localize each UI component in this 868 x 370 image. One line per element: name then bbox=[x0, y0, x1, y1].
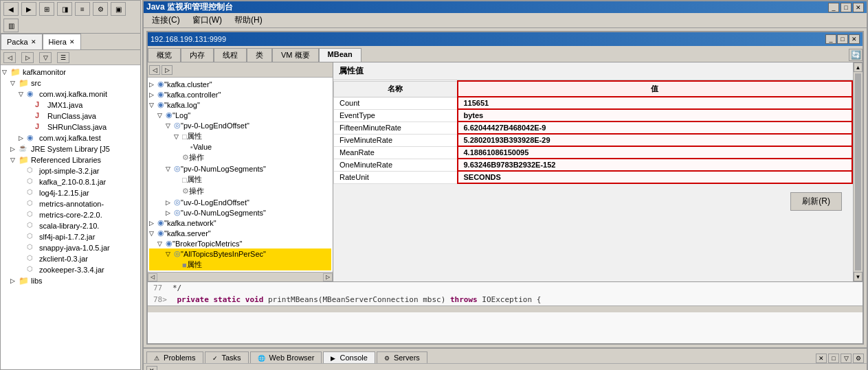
menu-help[interactable]: 帮助(H) bbox=[229, 13, 268, 27]
maximize-btn[interactable]: □ bbox=[841, 3, 852, 12]
tree-root[interactable]: ▽ 📁 kafkamonitor bbox=[2, 67, 139, 78]
toolbar-btn-3[interactable]: ⊞ bbox=[39, 2, 54, 16]
tree-jmx1[interactable]: J JMX1.java bbox=[2, 100, 139, 111]
mbean-alltopics-selected[interactable]: ▽ ◎ "AllTopicsBytesInPerSec" bbox=[149, 248, 331, 259]
mbean-attr-pv0-num[interactable]: □ 属性 bbox=[149, 174, 331, 185]
tree-pkg-test[interactable]: ▷ ◉ com.wxj.kafka.test bbox=[2, 132, 139, 143]
tab-close-package[interactable]: ✕ bbox=[31, 38, 36, 45]
attr-row-1[interactable]: EventTypebytes bbox=[334, 109, 853, 122]
tab-console[interactable]: ▶ Console bbox=[323, 351, 375, 363]
tree-jopt[interactable]: ⬡ jopt-simple-3.2.jar bbox=[2, 165, 139, 176]
console-minimize-btn[interactable]: ✕ bbox=[816, 354, 827, 363]
scroll-down-btn[interactable]: ▼ bbox=[854, 272, 863, 281]
tab-mbean[interactable]: MBean bbox=[319, 48, 361, 62]
mbean-kafka-server[interactable]: ▽ ◉ "kafka.server" bbox=[149, 228, 331, 238]
mbean-pv0-numlogs[interactable]: ▽ ◎ "pv-0-NumLogSegments" bbox=[149, 163, 331, 174]
tree-scala[interactable]: ⬡ scala-library-2.10. bbox=[2, 220, 139, 231]
scroll-thumb[interactable] bbox=[855, 73, 861, 270]
nav-menu[interactable]: ☰ bbox=[57, 52, 69, 63]
tab-hierarchy[interactable]: Hiera ✕ bbox=[43, 34, 81, 49]
mbean-kafka-log[interactable]: ▽ ◉ "kafka.log" bbox=[149, 100, 331, 110]
toolbar-btn-4[interactable]: ◨ bbox=[57, 2, 72, 16]
mbean-ops-pv0-num[interactable]: ⚙ 操作 bbox=[149, 185, 331, 197]
attr-row-5[interactable]: OneMinuteRate9.63246B9783B2932E-152 bbox=[334, 159, 853, 171]
attr-row-4[interactable]: MeanRate4.18861086150095 bbox=[334, 146, 853, 159]
menu-connect[interactable]: 连接(C) bbox=[146, 13, 186, 27]
tree-shrunclass[interactable]: J SHRunClass.java bbox=[2, 122, 139, 132]
attr-row-0[interactable]: Count115651 bbox=[334, 97, 853, 109]
mbean-pv0-logend[interactable]: ▽ ◎ "pv-0-LogEndOffset" bbox=[149, 120, 331, 130]
conn-minimize-btn[interactable]: _ bbox=[825, 34, 836, 44]
scroll-right-btn[interactable]: ▷ bbox=[323, 273, 333, 281]
toolbar-btn-6[interactable]: ⚙ bbox=[93, 2, 108, 16]
tab-web-browser[interactable]: 🌐 Web Browser bbox=[250, 351, 322, 363]
tree-jre[interactable]: ▷ ☕ JRE System Library [J5 bbox=[2, 143, 139, 154]
toolbar-btn-8[interactable]: ▥ bbox=[3, 19, 19, 32]
tree-libs[interactable]: ▷ 📁 libs bbox=[2, 275, 139, 286]
mbean-uv0-logend[interactable]: ▷ ◎ "uv-0-LogEndOffset" bbox=[149, 197, 331, 207]
attr-row-6[interactable]: RateUnitSECONDS bbox=[334, 171, 853, 183]
nav-collapse[interactable]: ▽ bbox=[39, 52, 52, 63]
tree-zkclient[interactable]: ⬡ zkclient-0.3.jar bbox=[2, 253, 139, 264]
tab-problems[interactable]: ⚠ Problems bbox=[146, 351, 203, 363]
tab-servers[interactable]: ⚙ Servers bbox=[377, 351, 427, 363]
mbean-ops-pv0[interactable]: ⚙ 操作 bbox=[149, 152, 331, 163]
tab-vm[interactable]: VM 概要 bbox=[272, 48, 319, 62]
attr-row-3[interactable]: FiveMinuteRate5.28020193B393928E-29 bbox=[334, 134, 853, 146]
mbean-expand-btn[interactable]: ▷ bbox=[162, 65, 173, 75]
tree-zookeeper[interactable]: ⬡ zookeeper-3.3.4.jar bbox=[2, 264, 139, 275]
tab-threads[interactable]: 线程 bbox=[214, 48, 247, 62]
mbean-uv0-numlogs[interactable]: ▷ ◎ "uv-0-NumLogSegments" bbox=[149, 207, 331, 218]
tree-metrics-core[interactable]: ⬡ metrics-core-2.2.0. bbox=[2, 209, 139, 220]
nav-forward[interactable]: ▷ bbox=[21, 52, 34, 63]
toolbar-btn-1[interactable]: ◀ bbox=[3, 2, 19, 16]
tree-pkg-main[interactable]: ▽ ◉ com.wxj.kafka.monit bbox=[2, 89, 139, 100]
conn-maximize-btn[interactable]: □ bbox=[837, 34, 848, 44]
clear-console-btn[interactable]: ✕ bbox=[146, 366, 157, 371]
mbean-attr-pv0[interactable]: ▽ □ 属性 bbox=[149, 130, 331, 142]
toolbar-btn-5[interactable]: ≡ bbox=[75, 2, 90, 16]
mbean-value-pv0[interactable]: ▪ Value bbox=[149, 142, 331, 152]
scroll-up-btn[interactable]: ▲ bbox=[854, 62, 863, 72]
tree-src[interactable]: ▽ 📁 src bbox=[2, 78, 139, 89]
tree-metrics-ann[interactable]: ⬡ metrics-annotation- bbox=[2, 198, 139, 209]
conn-refresh-icon[interactable]: 🔄 bbox=[849, 49, 863, 61]
mbean-collapse-btn[interactable]: ◁ bbox=[149, 65, 160, 75]
tab-overview[interactable]: 概览 bbox=[148, 48, 181, 62]
console-maximize-btn[interactable]: □ bbox=[828, 354, 839, 363]
close-btn[interactable]: ✕ bbox=[853, 3, 864, 12]
tree-slf4j[interactable]: ⬡ slf4j-api-1.7.2.jar bbox=[2, 231, 139, 242]
mbean-kafka-network[interactable]: ▷ ◉ "kafka.network" bbox=[149, 218, 331, 228]
attr-cell-name-0: Count bbox=[334, 97, 458, 109]
console-settings-btn[interactable]: ⚙ bbox=[853, 354, 864, 363]
nav-back[interactable]: ◁ bbox=[3, 52, 16, 63]
mbean-attr-alltopics[interactable]: ■ 属性 bbox=[149, 259, 331, 270]
menu-window[interactable]: 窗口(W) bbox=[187, 13, 227, 27]
tab-classes-label: 类 bbox=[256, 51, 263, 59]
toolbar-btn-2[interactable]: ▶ bbox=[21, 2, 36, 16]
mbean-log[interactable]: ▽ ◉ "Log" bbox=[149, 110, 331, 120]
conn-close-btn[interactable]: ✕ bbox=[849, 34, 860, 44]
tree-runclass[interactable]: J RunClass.java bbox=[2, 111, 139, 122]
scroll-left-btn[interactable]: ◁ bbox=[148, 273, 157, 281]
mbean-kafka-controller[interactable]: ▷ ◉ "kafka.controller" bbox=[149, 89, 331, 100]
refresh-button[interactable]: 刷新(R) bbox=[790, 192, 842, 211]
tree-referenced[interactable]: ▽ 📁 Referenced Libraries bbox=[2, 154, 139, 165]
console-toolbar-btn[interactable]: ▽ bbox=[841, 354, 852, 363]
tab-classes[interactable]: 类 bbox=[247, 48, 272, 62]
tree-kafka[interactable]: ⬡ kafka_2.10-0.8.1.jar bbox=[2, 176, 139, 187]
label-uv0-logend: "uv-0-LogEndOffset" bbox=[181, 198, 249, 207]
console-icon: ▶ bbox=[331, 355, 335, 362]
mbean-kafka-cluster[interactable]: ▷ ◉ "kafka.cluster" bbox=[149, 79, 331, 89]
attr-row-2[interactable]: FifteenMinuteRate6.62044427B468042E-9 bbox=[334, 122, 853, 134]
tab-memory[interactable]: 内存 bbox=[181, 48, 214, 62]
jconsole-menubar: 连接(C) 窗口(W) 帮助(H) bbox=[144, 13, 867, 28]
tab-tasks[interactable]: ✓ Tasks bbox=[205, 351, 249, 363]
mbean-broker-topic[interactable]: ▽ ◉ "BrokerTopicMetrics" bbox=[149, 238, 331, 248]
tab-close-hierarchy[interactable]: ✕ bbox=[69, 38, 75, 45]
tab-package[interactable]: Packa ✕ bbox=[1, 34, 43, 49]
toolbar-btn-7[interactable]: ▣ bbox=[111, 2, 126, 16]
tree-log4j[interactable]: ⬡ log4j-1.2.15.jar bbox=[2, 187, 139, 198]
tree-snappy[interactable]: ⬡ snappy-java-1.0.5.jar bbox=[2, 242, 139, 253]
minimize-btn[interactable]: _ bbox=[828, 3, 839, 12]
